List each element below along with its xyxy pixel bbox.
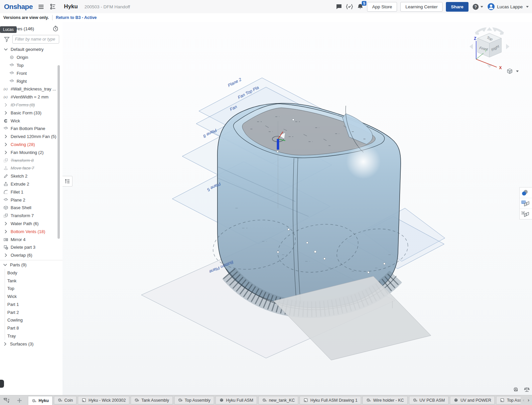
app-store-button[interactable]: App Store bbox=[367, 2, 397, 12]
document-tab[interactable]: Wire holder - KC bbox=[362, 396, 407, 404]
feature-row[interactable]: Sketch 2 bbox=[0, 172, 63, 180]
part-label: Part 8 bbox=[7, 326, 19, 331]
hamburger-menu-icon[interactable] bbox=[37, 3, 45, 10]
document-tab[interactable]: UV PCB ASM bbox=[409, 396, 449, 404]
model-body[interactable] bbox=[209, 103, 411, 310]
document-tab[interactable]: Hyku bbox=[28, 396, 53, 405]
feature-row[interactable]: Plane 2 bbox=[0, 196, 63, 204]
onshape-logo[interactable]: Onshape bbox=[4, 3, 33, 11]
tab-manager-icon[interactable] bbox=[3, 396, 11, 404]
document-tab[interactable]: UV and POWER bbox=[450, 396, 495, 404]
part-row[interactable]: Cowling bbox=[0, 316, 63, 324]
notifications-bell-icon[interactable]: 5 bbox=[356, 3, 364, 10]
section-view-button[interactable] bbox=[520, 209, 532, 219]
notification-badge: 5 bbox=[362, 1, 366, 6]
feature-group-row[interactable]: Cowling (28) bbox=[0, 141, 63, 149]
feature-row[interactable]: Transform 7 bbox=[0, 212, 63, 220]
view-options-menu[interactable] bbox=[506, 68, 519, 74]
feature-row[interactable]: Transform 8 bbox=[0, 156, 63, 164]
chevron-right-icon bbox=[3, 102, 8, 107]
tabs-scroll-right[interactable]: › bbox=[528, 397, 529, 402]
part-row[interactable]: Part 2 bbox=[0, 308, 63, 316]
feature-row[interactable]: #Wall_thickness_tray ... bbox=[0, 85, 63, 93]
feature-row[interactable]: Origin bbox=[0, 54, 63, 62]
help-caret-icon bbox=[480, 6, 483, 8]
part-row[interactable]: Part 1 bbox=[0, 301, 63, 309]
part-label: Tray bbox=[7, 334, 16, 338]
tab-label: Wire holder - KC bbox=[373, 398, 404, 403]
feature-label: Top bbox=[17, 63, 24, 68]
feature-group-row[interactable]: ID Forms (8) bbox=[0, 101, 63, 109]
feature-filter-input[interactable] bbox=[12, 35, 59, 44]
document-tab[interactable]: new_tank_KC bbox=[258, 396, 299, 404]
model-scene: Plane 2 Fan Top Pla Fan Plane 8 Plane 5 … bbox=[63, 22, 532, 395]
feature-row[interactable]: Base Shell bbox=[0, 204, 63, 212]
appearance-tool-button[interactable] bbox=[520, 188, 532, 198]
part-row[interactable]: Body bbox=[0, 269, 63, 277]
document-tab[interactable]: Hyku Full ASM Drawing 1 bbox=[300, 396, 361, 404]
tabs-scroll-left[interactable]: ‹ bbox=[523, 397, 524, 402]
part-label: Part 2 bbox=[7, 310, 19, 315]
filter-icon[interactable] bbox=[4, 37, 10, 42]
feature-group-row[interactable]: Overlap (6) bbox=[0, 251, 63, 259]
feature-row[interactable]: Fillet 1 bbox=[0, 188, 63, 196]
tab-label: new_tank_KC bbox=[269, 398, 295, 403]
help-menu[interactable]: ? bbox=[472, 3, 484, 10]
feature-row[interactable]: Top bbox=[0, 62, 63, 69]
version-tree-icon[interactable] bbox=[49, 3, 57, 10]
divider bbox=[0, 260, 63, 260]
view-cube[interactable]: Top Front Right Z X Y bbox=[466, 26, 513, 76]
learning-center-button[interactable]: Learning Center bbox=[400, 2, 443, 12]
document-tab[interactable]: Tank Assembly bbox=[131, 396, 173, 404]
surfaces-section-header[interactable]: Surfaces (3) bbox=[0, 340, 63, 348]
feature-group-row[interactable]: Bottom Vents (18) bbox=[0, 227, 63, 235]
share-button[interactable]: Share bbox=[446, 2, 468, 12]
tab-strip: HykuCoinHyku - Wick 200302Tank AssemblyT… bbox=[28, 395, 521, 405]
document-tab[interactable]: Coin bbox=[54, 396, 77, 404]
feature-label: Basic Form (33) bbox=[11, 110, 41, 115]
named-views-button[interactable] bbox=[520, 198, 532, 209]
feature-row[interactable]: Front bbox=[0, 69, 63, 77]
feature-label: Cowling (28) bbox=[11, 142, 35, 147]
feature-row[interactable]: #VentWidth = 2 mm bbox=[0, 93, 63, 101]
feature-group-row[interactable]: Water Path (6) bbox=[0, 220, 63, 228]
feature-group-row[interactable]: Fan Mounting (2) bbox=[0, 148, 63, 156]
feature-row[interactable]: Wick bbox=[0, 117, 63, 125]
feature-script-check-icon[interactable] bbox=[346, 3, 353, 10]
tape-measure-icon[interactable] bbox=[513, 387, 519, 392]
document-tab[interactable]: Top Assembly D bbox=[496, 396, 521, 404]
rollback-history-icon[interactable] bbox=[53, 26, 59, 32]
svg-text:Y: Y bbox=[484, 49, 487, 53]
parts-section-header[interactable]: Parts (9) bbox=[0, 261, 63, 269]
part-row[interactable]: Tank bbox=[0, 277, 63, 285]
document-tab[interactable]: Hyku - Wick 200302 bbox=[78, 396, 129, 404]
feature-row[interactable]: Fan Bottom Plane bbox=[0, 125, 63, 133]
feature-group-row[interactable]: Basic Form (33) bbox=[0, 109, 63, 117]
feature-row[interactable]: Delete part 3 bbox=[0, 243, 63, 251]
origin-icon bbox=[9, 55, 14, 60]
tab-label: UV PCB ASM bbox=[420, 398, 445, 403]
part-row[interactable]: Part 8 bbox=[0, 324, 63, 332]
feature-row[interactable]: Extrude 2 bbox=[0, 180, 63, 188]
3d-viewport[interactable]: Plane 2 Fan Top Pla Fan Plane 8 Plane 5 … bbox=[63, 22, 532, 395]
feature-row[interactable]: Move face 7 bbox=[0, 164, 63, 172]
surfaces-header-label: Surfaces (3) bbox=[10, 341, 34, 346]
user-menu[interactable]: Lucas Lappe bbox=[487, 3, 529, 11]
chat-launcher-partial[interactable] bbox=[0, 380, 4, 388]
part-row[interactable]: Top bbox=[0, 285, 63, 293]
variable-icon bbox=[3, 94, 8, 99]
feature-row[interactable]: Mirror 4 bbox=[0, 235, 63, 243]
document-tab[interactable]: Hyku Full ASM bbox=[215, 396, 257, 404]
feature-group-row[interactable]: Default geometry bbox=[0, 46, 63, 54]
return-to-active-link[interactable]: Return to B3 - Active bbox=[56, 15, 97, 20]
feature-list-scrollbar[interactable] bbox=[58, 65, 60, 239]
mass-properties-icon[interactable] bbox=[524, 387, 530, 392]
comment-icon[interactable] bbox=[335, 3, 342, 10]
part-row[interactable]: Tray bbox=[0, 332, 63, 340]
feature-row[interactable]: Right bbox=[0, 77, 63, 85]
document-tab[interactable]: Top Assembly bbox=[174, 396, 214, 404]
feature-group-row[interactable]: Derived 120mm Fan (5) bbox=[0, 133, 63, 141]
feature-panel-toggle[interactable] bbox=[63, 176, 72, 187]
part-row[interactable]: Wick bbox=[0, 293, 63, 301]
new-tab-button[interactable] bbox=[15, 396, 23, 404]
